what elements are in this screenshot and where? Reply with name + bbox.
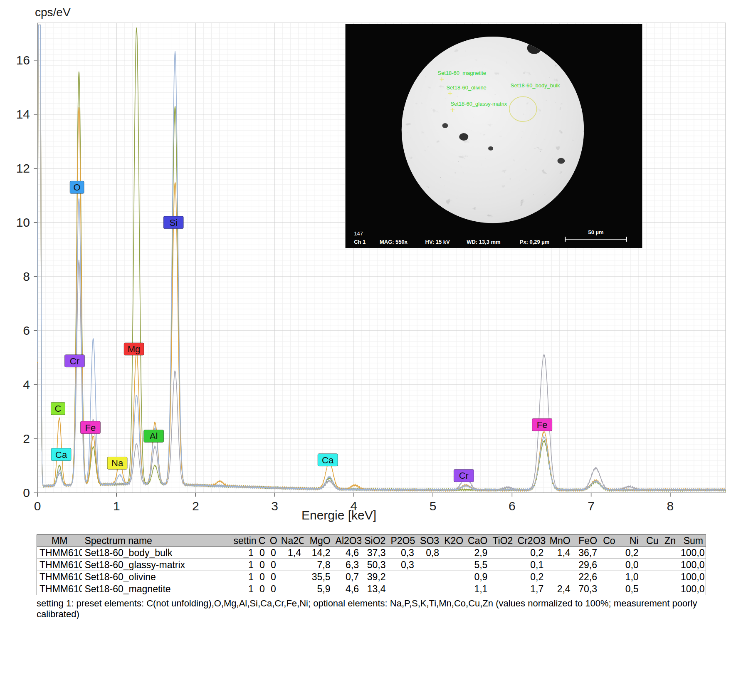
value-cell: 4,6 <box>333 547 362 559</box>
value-cell <box>661 547 678 559</box>
value-cell: THMM610 <box>37 571 82 583</box>
element-marker-c: C <box>51 402 65 415</box>
element-marker-cr: Cr <box>454 469 474 482</box>
mag-label: MAG: 550x <box>380 239 408 245</box>
frame-number: 147 <box>354 230 363 237</box>
value-cell: 100,0 <box>678 559 706 571</box>
value-cell: 2,4 <box>546 583 573 595</box>
table-row: THMM610Set18-60_glassy-matrix1007,86,350… <box>37 559 706 571</box>
column-header-feo: FeO <box>573 535 600 547</box>
value-cell <box>442 547 465 559</box>
value-cell: 0,2 <box>515 571 546 583</box>
wd-label: WD: 13,3 mm <box>467 239 500 245</box>
element-marker-al: Al <box>144 430 164 442</box>
y-tick-label: 12 <box>16 161 30 175</box>
value-cell: 29,6 <box>573 559 600 571</box>
value-cell: 14,2 <box>304 547 333 559</box>
element-marker-o: O <box>70 181 84 193</box>
value-cell: 0 <box>267 547 279 559</box>
value-cell: 37,3 <box>361 547 388 559</box>
value-cell: 4,6 <box>333 583 362 595</box>
element-marker-ca: Ca <box>51 448 71 461</box>
value-cell <box>600 583 618 595</box>
column-header-cr2o3: Cr2O3 <box>515 535 546 547</box>
hv-label: HV: 15 kV <box>425 239 450 245</box>
value-cell <box>388 583 417 595</box>
sem-label-magnetite: Set18-60_magnetite <box>438 70 487 76</box>
px-label: Px: 0,29 µm <box>520 239 549 245</box>
value-cell: 70,3 <box>573 583 600 595</box>
value-cell <box>279 583 304 595</box>
value-cell: 0,2 <box>515 547 546 559</box>
value-cell: 0 <box>267 583 279 595</box>
value-cell: 0,8 <box>417 547 442 559</box>
value-cell <box>641 559 661 571</box>
value-cell <box>641 547 661 559</box>
quantification-table-wrap: MMSpectrum namesettingCONa2OMgOAl2O3SiO2… <box>37 534 706 595</box>
table-row: THMM610Set18-60_olivine10035,50,739,20,9… <box>37 571 706 583</box>
value-cell: 1,4 <box>546 547 573 559</box>
value-cell: 36,7 <box>573 547 600 559</box>
value-cell: 6,3 <box>333 559 362 571</box>
sem-label-glassy-matrix: Set18-60_glassy-matrix <box>450 101 507 107</box>
value-cell: 0,3 <box>388 559 417 571</box>
y-tick-label: 2 <box>23 432 30 445</box>
value-cell: THMM610 <box>37 559 82 571</box>
value-cell: 22,6 <box>573 571 600 583</box>
value-cell: 0,9 <box>465 571 490 583</box>
value-cell: 1 <box>231 559 256 571</box>
value-cell: 0,5 <box>618 583 641 595</box>
sem-label-body-bulk: Set18-60_body_bulk <box>511 82 560 89</box>
value-cell <box>661 559 678 571</box>
value-cell: 7,8 <box>304 559 333 571</box>
value-cell <box>490 571 515 583</box>
value-cell <box>600 571 618 583</box>
spectrum-name-cell: Set18-60_olivine <box>82 571 231 583</box>
value-cell: 1 <box>231 583 256 595</box>
table-body: THMM610Set18-60_body_bulk1001,414,24,637… <box>37 547 706 595</box>
svg-text:Ca: Ca <box>55 450 67 460</box>
value-cell <box>417 571 442 583</box>
value-cell <box>417 559 442 571</box>
column-header-k2o: K2O <box>442 535 465 547</box>
svg-text:Mg: Mg <box>128 344 141 354</box>
value-cell: 5,5 <box>465 559 490 571</box>
value-cell: 0,1 <box>515 559 546 571</box>
value-cell <box>490 547 515 559</box>
x-tick-label: 8 <box>667 499 674 513</box>
value-cell: 50,3 <box>361 559 388 571</box>
element-marker-si: Si <box>163 216 183 229</box>
value-cell: 0,0 <box>618 559 641 571</box>
value-cell <box>388 571 417 583</box>
column-header-al2o3: Al2O3 <box>333 535 362 547</box>
y-tick-label: 4 <box>23 378 30 391</box>
column-header-sum: Sum <box>678 535 706 547</box>
eds-report-page: cps/eV 0123456780246810121416CCaOCrFeNaM… <box>0 0 741 700</box>
value-cell: 0 <box>267 571 279 583</box>
x-axis-title: Energie [keV] <box>37 508 640 522</box>
value-cell <box>279 571 304 583</box>
value-cell: 0 <box>256 559 267 571</box>
column-header-p2o5: P2O5 <box>388 535 417 547</box>
column-header-co: Co <box>600 535 618 547</box>
value-cell <box>279 559 304 571</box>
column-header-zn: Zn <box>661 535 678 547</box>
svg-text:Si: Si <box>169 218 178 228</box>
column-header-ni: Ni <box>618 535 641 547</box>
value-cell <box>442 571 465 583</box>
y-tick-label: 0 <box>23 486 30 500</box>
element-marker-mg: Mg <box>124 343 144 355</box>
svg-text:Fe: Fe <box>537 420 548 430</box>
quantification-table: MMSpectrum namesettingCONa2OMgOAl2O3SiO2… <box>37 534 706 595</box>
y-tick-label: 16 <box>16 53 30 67</box>
element-marker-na: Na <box>107 457 127 469</box>
value-cell: 39,2 <box>361 571 388 583</box>
element-marker-fe: Fe <box>532 418 552 431</box>
spectrum-name-cell: Set18-60_body_bulk <box>82 547 231 559</box>
value-cell: 1,4 <box>279 547 304 559</box>
value-cell: 5,9 <box>304 583 333 595</box>
spectrum-name-cell: Set18-60_glassy-matrix <box>82 559 231 571</box>
value-cell: 0 <box>256 583 267 595</box>
sem-inset-image: Set18-60_magnetite Set18-60_olivine Set1… <box>345 24 642 248</box>
column-header-c: C <box>256 535 267 547</box>
